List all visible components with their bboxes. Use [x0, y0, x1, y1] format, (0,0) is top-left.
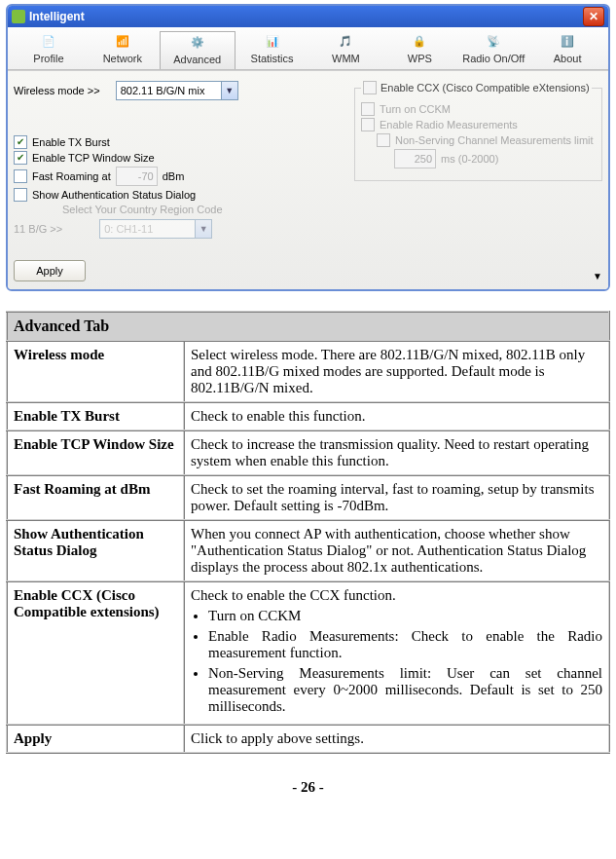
app-icon	[12, 10, 25, 23]
ms-value-input	[394, 149, 436, 168]
row-label: Fast Roaming at dBm	[7, 475, 184, 520]
band-label: 11 B/G >>	[14, 223, 62, 235]
row-label: Enable CCX (Cisco Compatible extensions)	[7, 581, 184, 725]
row-desc: Select wireless mode. There are 802.11B/…	[184, 341, 609, 402]
list-item: Non-Serving Measurements limit: User can…	[208, 665, 602, 715]
row-label: Show Authentication Status Dialog	[7, 520, 184, 581]
row-desc: When you connect AP with authentication,…	[184, 520, 609, 581]
titlebar: Intelligent ✕	[8, 6, 608, 27]
dbm-unit: dBm	[163, 170, 185, 182]
table-row: Enable TCP Window Size Check to increase…	[7, 430, 609, 475]
expand-arrow-icon[interactable]: ▼	[593, 271, 602, 281]
table-row: Enable TX Burst Check to enable this fun…	[7, 402, 609, 430]
show-auth-dialog-checkbox[interactable]	[14, 188, 27, 202]
table-row: Show Authentication Status Dialog When y…	[7, 520, 609, 581]
wmm-icon: 🎵	[334, 31, 357, 51]
enable-tcp-window-checkbox[interactable]: ✔	[14, 151, 27, 165]
radio-meas-label: Enable Radio Measurements	[380, 119, 518, 131]
country-region-label: Select Your Country Region Code	[62, 204, 223, 215]
ccx-group-label: Enable CCX (Cisco Compatible eXtensions)	[380, 82, 590, 93]
enable-tx-burst-checkbox[interactable]: ✔	[14, 135, 27, 149]
row-label: Enable TCP Window Size	[7, 430, 184, 475]
tab-label: About	[554, 53, 582, 64]
table-row: Enable CCX (Cisco Compatible extensions)…	[7, 581, 609, 725]
enable-tcp-window-label: Enable TCP Window Size	[32, 152, 155, 164]
wps-icon: 🔒	[408, 31, 431, 51]
tab-label: Radio On/Off	[462, 53, 525, 64]
ms-unit-label: ms (0-2000)	[441, 153, 498, 165]
fast-roaming-checkbox[interactable]	[14, 169, 27, 183]
close-button[interactable]: ✕	[583, 7, 604, 26]
nonserv-label: Non-Serving Channel Measurements limit	[395, 134, 594, 146]
cckm-label: Turn on CCKM	[380, 103, 451, 115]
statistics-icon: 📊	[261, 31, 284, 51]
tab-profile[interactable]: 📄 Profile	[12, 31, 86, 69]
chevron-down-icon: ▼	[221, 82, 237, 99]
tab-wps[interactable]: 🔒 WPS	[382, 31, 456, 69]
row-label: Wireless mode	[7, 341, 184, 402]
table-row: Fast Roaming at dBm Check to set the roa…	[7, 475, 609, 520]
table-header: Advanced Tab	[7, 312, 609, 341]
profile-icon: 📄	[37, 31, 60, 51]
radio-meas-checkbox	[361, 118, 375, 131]
radio-icon: 📡	[482, 31, 505, 51]
app-window: Intelligent ✕ 📄 Profile 📶 Network ⚙️ Adv…	[6, 4, 610, 291]
main-toolbar: 📄 Profile 📶 Network ⚙️ Advanced 📊 Statis…	[8, 27, 608, 70]
table-row: Apply Click to apply above settings.	[7, 725, 609, 753]
band-select: 0: CH1-11 ▼	[99, 219, 212, 239]
tab-label: WPS	[408, 53, 432, 64]
show-auth-dialog-label: Show Authentication Status Dialog	[32, 189, 196, 201]
apply-button[interactable]: Apply	[14, 260, 86, 281]
tab-label: Advanced	[173, 54, 221, 65]
table-row: Wireless mode Select wireless mode. Ther…	[7, 341, 609, 402]
tab-label: Statistics	[251, 53, 294, 64]
wireless-mode-label: Wireless mode >>	[14, 85, 100, 96]
tab-about[interactable]: ℹ️ About	[530, 31, 604, 69]
about-icon: ℹ️	[556, 31, 579, 51]
row-desc: Check to set the roaming interval, fast …	[184, 475, 609, 520]
row-desc: Click to apply above settings.	[184, 725, 609, 753]
tab-statistics[interactable]: 📊 Statistics	[236, 31, 309, 69]
network-icon: 📶	[111, 31, 134, 51]
fast-roaming-label: Fast Roaming at	[32, 170, 111, 182]
chevron-down-icon: ▼	[195, 220, 211, 238]
tab-label: Network	[103, 53, 142, 64]
row-desc: Check to increase the transmission quali…	[184, 430, 609, 475]
nonserv-checkbox	[377, 133, 390, 147]
page-number: - 26 -	[6, 779, 610, 796]
tab-label: WMM	[332, 53, 360, 64]
cckm-checkbox	[361, 102, 375, 116]
list-item: Enable Radio Measurements: Check to enab…	[208, 628, 602, 661]
list-item: Turn on CCKM	[208, 608, 602, 624]
tab-radio[interactable]: 📡 Radio On/Off	[456, 31, 530, 69]
ccx-group: Enable CCX (Cisco Compatible eXtensions)…	[354, 81, 602, 181]
advanced-doc-table: Advanced Tab Wireless mode Select wirele…	[6, 311, 610, 754]
advanced-panel: Wireless mode >> 802.11 B/G/N mix ▼ ✔ En…	[8, 70, 608, 289]
row-desc: Check to enable the CCX function. Turn o…	[184, 581, 609, 725]
fast-roaming-value[interactable]	[116, 167, 158, 186]
tab-network[interactable]: 📶 Network	[86, 31, 160, 69]
tab-label: Profile	[33, 53, 63, 64]
enable-tx-burst-label: Enable TX Burst	[32, 136, 110, 148]
tab-wmm[interactable]: 🎵 WMM	[309, 31, 383, 69]
row-label: Apply	[7, 725, 184, 753]
advanced-icon: ⚙️	[186, 32, 209, 52]
wireless-mode-select[interactable]: 802.11 B/G/N mix ▼	[116, 81, 238, 100]
enable-ccx-checkbox[interactable]	[363, 81, 377, 94]
tab-advanced[interactable]: ⚙️ Advanced	[160, 31, 236, 69]
row-desc: Check to enable this function.	[184, 402, 609, 430]
row-label: Enable TX Burst	[7, 402, 184, 430]
window-title: Intelligent	[29, 10, 85, 23]
